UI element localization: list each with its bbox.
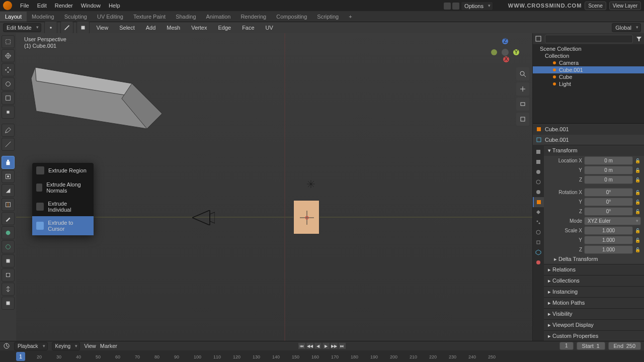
extrude-tool[interactable]: [2, 156, 15, 169]
tab-layout[interactable]: Layout: [0, 12, 27, 22]
tab-rendering[interactable]: Rendering: [235, 12, 271, 22]
playhead[interactable]: 1: [16, 352, 25, 361]
playback-menu[interactable]: Playback: [14, 342, 48, 350]
scene-collection-row[interactable]: Scene Collection: [533, 45, 644, 52]
edge-slide-tool[interactable]: [2, 268, 15, 282]
tab-compositing[interactable]: Compositing: [271, 12, 312, 22]
mode-selector[interactable]: Edit Mode: [3, 23, 41, 32]
location-y-field[interactable]: 0 m: [584, 166, 633, 174]
modifier-tab[interactable]: [533, 207, 544, 217]
current-frame-field[interactable]: 1: [559, 342, 574, 350]
perspective-toggle-icon[interactable]: [516, 113, 529, 126]
add-workspace-button[interactable]: +: [344, 12, 357, 22]
annotate-tool[interactable]: [2, 124, 15, 137]
render-tab[interactable]: [533, 147, 544, 157]
zoom-icon[interactable]: [516, 67, 529, 80]
rotate-tool[interactable]: [2, 77, 15, 90]
tab-texture-paint[interactable]: Texture Paint: [128, 12, 171, 22]
constraint-tab[interactable]: [533, 237, 544, 247]
menu-render[interactable]: Render: [51, 1, 77, 11]
measure-tool[interactable]: [2, 138, 15, 151]
selected-face[interactable]: [293, 200, 319, 234]
cursor-tool[interactable]: [2, 49, 15, 62]
lock-icon[interactable]: 🔓: [635, 158, 641, 163]
outliner-item-light[interactable]: Light: [533, 80, 644, 87]
world-tab[interactable]: [533, 187, 544, 197]
shrink-fatten-tool[interactable]: [2, 283, 15, 296]
tab-uv-editing[interactable]: UV Editing: [92, 12, 128, 22]
menu-file[interactable]: File: [16, 1, 33, 11]
menu-edit[interactable]: Edit: [33, 1, 51, 11]
mesh-tab[interactable]: [533, 247, 544, 257]
viewport-menu-view[interactable]: View: [93, 23, 113, 32]
extrude-along-normals-option[interactable]: Extrude Along Normals: [32, 178, 94, 197]
pan-icon[interactable]: [516, 82, 529, 96]
instancing-panel[interactable]: ▸ Instancing: [544, 286, 644, 297]
rotation-mode-dropdown[interactable]: XYZ Euler: [584, 217, 641, 225]
smooth-tool[interactable]: [2, 254, 15, 267]
filter-icon[interactable]: [636, 36, 642, 42]
outliner-item-cube001[interactable]: Cube.001: [533, 66, 644, 73]
rotation-z-field[interactable]: 0°: [584, 207, 633, 216]
scene-selector[interactable]: Scene: [585, 2, 606, 10]
keying-menu[interactable]: Keying: [52, 342, 80, 350]
relations-panel[interactable]: ▸ Relations: [544, 264, 644, 275]
light-object[interactable]: [306, 179, 316, 189]
timeline-ruler[interactable]: 1 10 20 30 40 50 60 70 80 90 100 110 120…: [0, 350, 644, 362]
scale-y-field[interactable]: 1.000: [584, 236, 633, 244]
viewport-menu-uv[interactable]: UV: [262, 23, 277, 32]
location-x-field[interactable]: 0 m: [584, 156, 633, 165]
scale-tool[interactable]: [2, 92, 15, 105]
motion-paths-panel[interactable]: ▸ Motion Paths: [544, 297, 644, 308]
view-layer-tab[interactable]: [533, 167, 544, 177]
viewport-menu-add[interactable]: Add: [142, 23, 160, 32]
start-frame-field[interactable]: Start 1: [577, 342, 605, 350]
material-tab[interactable]: [533, 257, 544, 267]
play-reverse-button[interactable]: ◀: [314, 342, 322, 349]
next-keyframe-button[interactable]: ▶▶: [330, 342, 338, 349]
select-box-tool[interactable]: [2, 35, 15, 48]
snap-toggle[interactable]: [444, 3, 451, 10]
camera-view-icon[interactable]: [516, 98, 529, 111]
menu-help[interactable]: Help: [105, 1, 124, 11]
camera-object[interactable]: [192, 210, 215, 225]
view-layer-selector[interactable]: View Layer: [609, 2, 641, 10]
edge-select-mode[interactable]: [60, 21, 73, 34]
location-z-field[interactable]: 0 m: [584, 175, 633, 184]
bevel-tool[interactable]: [2, 184, 15, 197]
timeline-view-menu[interactable]: View: [84, 343, 96, 349]
outliner-item-cube[interactable]: Cube: [533, 73, 644, 80]
tab-shading[interactable]: Shading: [171, 12, 201, 22]
delta-transform-panel[interactable]: ▸ Delta Transform: [544, 254, 644, 264]
transform-panel-header[interactable]: ▾ Transform: [544, 145, 644, 156]
scale-z-field[interactable]: 1.000: [584, 245, 633, 254]
outliner-item-camera[interactable]: Camera: [533, 59, 644, 66]
tab-scripting[interactable]: Scripting: [312, 12, 344, 22]
particle-tab[interactable]: [533, 217, 544, 227]
face-select-mode[interactable]: [76, 21, 90, 34]
play-button[interactable]: ▶: [322, 342, 330, 349]
end-frame-field[interactable]: End 250: [608, 342, 641, 350]
viewport-menu-mesh[interactable]: Mesh: [163, 23, 184, 32]
transform-tool[interactable]: [2, 106, 15, 119]
viewport-menu-face[interactable]: Face: [238, 23, 258, 32]
extrude-to-cursor-option[interactable]: Extrude to Cursor: [32, 216, 94, 235]
output-tab[interactable]: [533, 157, 544, 167]
scale-x-field[interactable]: 1.000: [584, 226, 633, 235]
spin-tool[interactable]: [2, 240, 15, 253]
tab-modeling[interactable]: Modeling: [27, 12, 59, 22]
extrude-individual-option[interactable]: Extrude Individual: [32, 197, 94, 216]
3d-viewport[interactable]: User Perspective (1) Cube.001 Extrude Re: [16, 33, 532, 341]
move-tool[interactable]: [2, 63, 15, 76]
rip-tool[interactable]: [2, 297, 15, 310]
collections-panel[interactable]: ▸ Collections: [544, 275, 644, 286]
outliner-search[interactable]: [545, 35, 633, 43]
extrude-region-option[interactable]: Extrude Region: [32, 163, 94, 178]
rotation-x-field[interactable]: 0°: [584, 188, 633, 197]
object-tab[interactable]: [533, 197, 544, 207]
options-dropdown[interactable]: Options: [461, 2, 493, 11]
transform-orientation[interactable]: Global: [612, 23, 641, 32]
prev-keyframe-button[interactable]: ◀◀: [306, 342, 314, 349]
physics-tab[interactable]: [533, 227, 544, 237]
viewport-menu-vertex[interactable]: Vertex: [187, 23, 211, 32]
